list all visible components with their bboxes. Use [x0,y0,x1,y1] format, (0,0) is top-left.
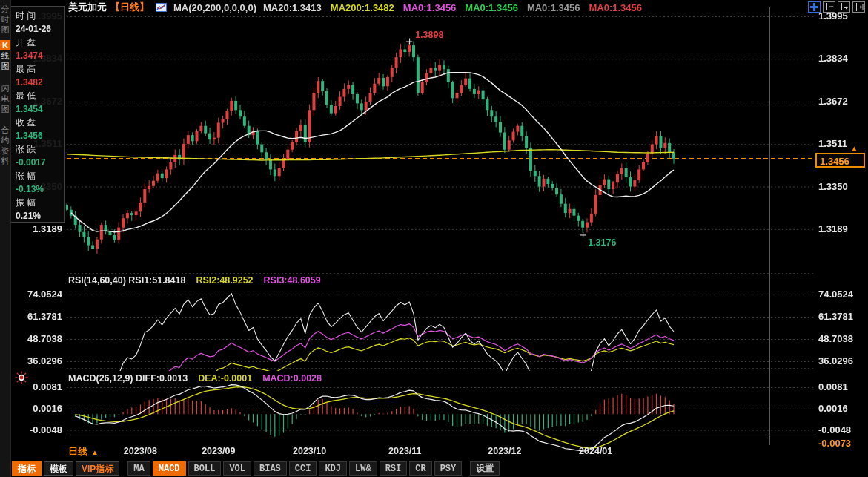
quote-row-label: 涨 跌 [16,142,64,156]
toolbar-button-vol[interactable]: VOL [223,461,251,476]
rsi-label: 74.0524 [818,289,853,300]
toolbar-button-vip-indicator[interactable]: VIP指标 [76,461,119,476]
price-label: 1.3189 [15,223,62,234]
chart-canvas[interactable] [0,0,868,477]
sidebar-tab-char: 时 [0,14,10,24]
toolbar-button-cci[interactable]: CCI [289,461,317,476]
ma-settings-label: MA(20,200,0,0,0,0) [173,2,256,13]
toolbar-button-bias[interactable]: BIAS [254,461,287,476]
rsi-label: 48.7038 [818,333,853,344]
time-axis-tick: 2023/08 [118,446,162,456]
ma-value-label: MA0:1.3456 [403,2,457,13]
price-label: 1.3672 [818,96,848,107]
line-chart-icon [156,3,167,12]
macd-header-value: DEA:-0.0001 [198,373,252,384]
quote-row-value: 1.3482 [16,76,64,89]
rsi-header-value: RSI2:48.9252 [196,275,253,286]
rsi-label: 36.0296 [15,355,62,366]
quote-row-label: 收 盘 [16,116,64,129]
macd-header-value: MACD:0.0028 [262,373,322,384]
period-selector-label: 日线 [68,446,87,457]
crosshair-icon[interactable] [808,1,821,13]
time-axis-tick: 2023/12 [483,446,527,456]
price-up-arrow-icon: ▲ [850,144,858,153]
pan-right-icon[interactable] [852,1,865,13]
time-axis-tick: 2023/10 [288,446,332,456]
low-price-annotation: 1.3176 [588,237,616,248]
ma-value-label: MA20:1.3413 [263,2,322,13]
quote-row-value: 1.3456 [16,129,64,142]
zoom-y-axis-icon[interactable] [823,1,835,13]
quote-row-label: 振 幅 [16,196,64,209]
toolbar-button-lw[interactable]: LW& [349,461,377,476]
period-tag: 【日线】 [110,1,149,14]
toolbar-button-macd[interactable]: MACD [153,461,186,476]
time-axis-tick: 2024/01 [574,446,618,456]
toolbar-button-kdj[interactable]: KDJ [319,461,347,476]
price-label: 1.3834 [818,53,848,64]
quote-row-label: 最 低 [16,89,64,102]
ma-value-label: MA0:1.3456 [527,2,580,13]
quote-row-value: -0.13% [16,182,64,196]
period-selector[interactable]: 日线▲ [68,445,99,458]
ma-value-label: MA0:1.3456 [465,2,518,13]
price-label: 1.3189 [818,223,848,234]
current-price-value: 1.3456 [820,156,849,167]
sidebar-tab-char: 电 [0,93,10,104]
price-label: 1.3511 [818,138,847,149]
macd-label: -0.0048 [15,424,62,435]
macd-label: 0.0016 [15,403,62,414]
sidebar-tab-lightning-chart[interactable]: 闪电图 [0,83,10,114]
rsi-label: 61.3781 [818,311,853,322]
high-price-annotation: 1.3898 [415,30,443,40]
quote-row-label: 最 高 [16,62,64,76]
quote-row-label: 开 盘 [16,36,64,49]
rsi-label: 48.7038 [15,333,62,344]
trading-app-window: { "window_title": "美元加元 日线", "colors": {… [0,0,868,477]
rsi-label: 61.3781 [15,311,62,322]
left-tab-strip: 分时图K线图闪电图合约资料 [0,0,11,477]
quote-row-label: 时 间 [16,9,64,22]
sidebar-tab-char: 资 [0,145,10,156]
ma-values: MA20:1.3413MA200:1.3482MA0:1.3456MA0:1.3… [263,2,642,13]
toolbar-button-cr[interactable]: CR [409,461,431,476]
sidebar-tab-char: 闪 [0,83,10,93]
rsi-header-value: RSI(14,60,40) RSI1:51.8418 [68,275,185,286]
macd-label: 0.0016 [818,403,848,414]
quote-row-label: 涨 幅 [16,169,64,182]
sidebar-tab-char: 料 [0,156,10,166]
toolbar-button-ma[interactable]: MA [127,461,150,476]
ma-value-label: MA200:1.3482 [331,2,394,13]
sidebar-tab-char: 图 [0,61,10,71]
sidebar-tab-kline-chart[interactable]: K线图 [0,40,10,71]
sidebar-tab-char: 图 [0,24,10,35]
time-axis-tick: 2023/09 [196,446,241,456]
sidebar-tab-char: 约 [0,135,10,145]
zoom-x-axis-icon[interactable] [838,1,850,13]
macd-label: 0.0081 [15,381,62,392]
quote-row-value: 1.3474 [16,49,64,62]
quote-row-value: 1.3454 [16,102,64,116]
current-price-badge: 1.3456 [815,153,865,168]
sidebar-tab-char: K [0,40,10,50]
rsi-panel-header: RSI(14,60,40) RSI1:51.8418RSI2:48.9252RS… [68,275,321,286]
toolbar-button-psy[interactable]: PSY [434,461,463,476]
toolbar-button-settings[interactable]: 设置 [470,461,500,476]
toolbar-button-rsi[interactable]: RSI [380,461,408,476]
sidebar-tab-char: 图 [0,104,10,114]
macd-min-label: -0.0073 [818,438,851,449]
macd-header-value: MACD(26,12,9) DIFF:0.0013 [68,373,188,384]
toolbar-button-template[interactable]: 模板 [44,461,73,476]
macd-label: -0.0048 [818,424,851,435]
macd-label: 0.0081 [818,381,848,392]
sidebar-tab-char: 分 [0,4,10,14]
sidebar-tab-contract-info[interactable]: 合约资料 [0,125,10,166]
sidebar-tab-time-share-chart[interactable]: 分时图 [0,4,10,35]
ma-value-label: MA0:1.3456 [589,2,642,13]
rsi-label: 36.0296 [818,355,853,366]
quote-row-value: 24-01-26 [16,22,64,36]
toolbar-button-indicator[interactable]: 指标 [12,461,42,476]
time-axis-tick: 2023/11 [382,446,427,456]
toolbar-button-boll[interactable]: BOLL [188,461,222,476]
quote-panel: 时 间24-01-26开 盘1.3474最 高1.3482最 低1.3454收 … [10,6,65,223]
